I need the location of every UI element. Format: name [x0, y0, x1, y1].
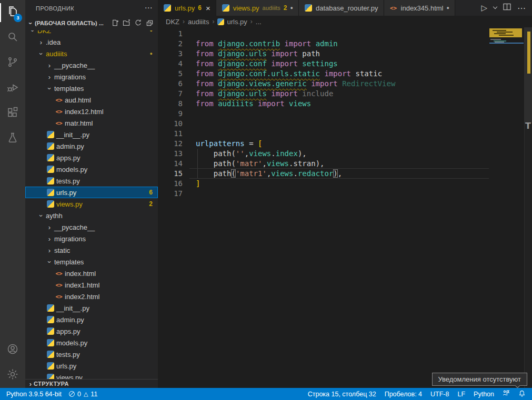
tree-item-admin.py[interactable]: admin.py	[25, 314, 158, 325]
tree-item-admin.py[interactable]: admin.py	[25, 140, 158, 152]
activity-explorer[interactable]: 3	[0, 0, 25, 25]
tree-item-migrations[interactable]: ›migrations	[25, 233, 158, 244]
activity-accounts[interactable]	[0, 337, 25, 363]
sidebar-more-icon[interactable]: ⋯	[145, 5, 153, 11]
tab-close-icon[interactable]: ×	[206, 4, 210, 13]
python-file-icon	[304, 4, 313, 12]
activity-search[interactable]	[0, 25, 25, 50]
tree-item-index12.html[interactable]: <>index12.html	[25, 106, 158, 117]
collapse-all-icon[interactable]	[146, 19, 154, 28]
code-line-17[interactable]: 17	[158, 189, 532, 199]
workspace-header[interactable]: › (РАБОЧАЯ ОБЛАСТЬ) ...	[25, 17, 158, 29]
tab-database_roouter.py[interactable]: database_roouter.py	[299, 0, 384, 16]
tree-item-apps.py[interactable]: apps.py	[25, 152, 158, 163]
tree-item-templates[interactable]: ›templates	[25, 256, 158, 268]
tree-item-label: views.py	[56, 374, 83, 380]
cursor-position-status[interactable]: Строка 15, столбец 32	[308, 391, 376, 398]
new-file-icon[interactable]	[111, 19, 119, 28]
tree-item-views.py[interactable]: views.py2	[25, 198, 158, 210]
problems-status[interactable]: 0 △ 11	[69, 391, 97, 398]
run-dropdown-icon[interactable]	[493, 5, 497, 9]
code-line-14[interactable]: 14 path('matr',views.stran),	[158, 159, 532, 169]
activity-source-control[interactable]	[0, 50, 25, 76]
breadcrumb-urls.py[interactable]: urls.py	[217, 18, 247, 26]
code-line-16[interactable]: 16]	[158, 179, 532, 189]
tree-item-__init__.py[interactable]: __init__.py	[25, 129, 158, 140]
code-line-11[interactable]: 11	[158, 129, 532, 139]
new-folder-icon[interactable]	[123, 19, 131, 28]
tab-modified-dot[interactable]: ●	[290, 5, 293, 11]
tab-views.py[interactable]: views.pyaudiiits2●	[216, 0, 299, 16]
breadcrumb-label: DKZ	[166, 18, 179, 26]
encoding-status[interactable]: UTF-8	[430, 391, 449, 398]
tree-item-models.py[interactable]: models.py	[25, 163, 158, 175]
tree-item-index.html[interactable]: <>index.html	[25, 268, 158, 279]
code-line-15[interactable]: 15 path('matr1',views.redactor),	[158, 169, 532, 179]
tree-item-audiiits[interactable]: ›audiiits●	[25, 48, 158, 59]
tree-item-templates[interactable]: ›templates	[25, 83, 158, 94]
python-file-icon	[46, 189, 55, 196]
breadcrumb-DKZ[interactable]: DKZ	[166, 18, 179, 26]
code-line-6[interactable]: 6from django.views.generic import Redire…	[158, 79, 532, 89]
tree-item-index1.html[interactable]: <>index1.html	[25, 279, 158, 291]
editor-more-actions-icon[interactable]: ⋯	[517, 3, 526, 13]
tree-item-tests.py[interactable]: tests.py	[25, 348, 158, 360]
tab-index345.html[interactable]: <>index345.html●	[384, 0, 455, 16]
activity-settings[interactable]	[0, 363, 25, 388]
breadcrumb-audiiits[interactable]: audiiits	[188, 18, 209, 26]
code-line-1[interactable]: 1	[158, 29, 532, 39]
code-line-8[interactable]: 8from audiiits import views	[158, 99, 532, 109]
code-line-9[interactable]: 9	[158, 109, 532, 119]
refresh-icon[interactable]	[134, 19, 142, 28]
tree-item-views.py[interactable]: views.py	[25, 372, 158, 379]
indentation-status[interactable]: Пробелов: 4	[385, 391, 422, 398]
feedback-icon[interactable]	[503, 389, 510, 398]
run-python-file-button[interactable]: ▷	[481, 3, 487, 13]
code-line-7[interactable]: 7from django.urls import include	[158, 89, 532, 99]
tree-item-.idea[interactable]: ›.idea	[25, 36, 158, 48]
activity-extensions[interactable]	[0, 101, 25, 126]
python-interpreter-status[interactable]: Python 3.9.5 64-bit	[6, 391, 62, 398]
tree-item-urls.py[interactable]: urls.py	[25, 360, 158, 372]
tree-item-tests.py[interactable]: tests.py	[25, 175, 158, 187]
minimap-highlight-line	[489, 43, 524, 44]
tree-item-models.py[interactable]: models.py	[25, 337, 158, 348]
breadcrumb-...[interactable]: ...	[256, 18, 262, 26]
code-editor[interactable]: 12from django.contrib import admin3from …	[158, 27, 532, 388]
tree-item-matr.html[interactable]: <>matr.html	[25, 117, 158, 129]
editor-scrollbar[interactable]: T	[524, 27, 532, 388]
tree-item-__pycache__[interactable]: ›__pycache__	[25, 59, 158, 71]
tree-item-apps.py[interactable]: apps.py	[25, 325, 158, 337]
code-line-13[interactable]: 13 path('',views.index),	[158, 149, 532, 159]
tree-item-__init__.py[interactable]: __init__.py	[25, 302, 158, 314]
tree-item-DKZ[interactable]: ›DKZ●	[25, 30, 158, 36]
tab-label: urls.py	[175, 4, 195, 12]
tree-item-aythh[interactable]: ›aythh	[25, 210, 158, 221]
eol-status[interactable]: LF	[457, 391, 465, 398]
tree-item-aud.html[interactable]: <>aud.html	[25, 94, 158, 106]
tree-item-migrations[interactable]: ›migrations	[25, 71, 158, 83]
outline-label: СТРУКТУРА	[34, 381, 69, 387]
code-line-3[interactable]: 3from django.urls import path	[158, 49, 532, 59]
tab-urls.py[interactable]: urls.py6×	[158, 0, 216, 16]
code-line-4[interactable]: 4from django.conf import settings	[158, 59, 532, 69]
outline-section-header[interactable]: › СТРУКТУРА	[25, 379, 158, 388]
tree-item-urls.py[interactable]: urls.py6	[25, 187, 158, 198]
tree-item-__pycache__[interactable]: ›__pycache__	[25, 221, 158, 233]
code-line-12[interactable]: 12urlpatterns = [	[158, 139, 532, 149]
minimap[interactable]	[489, 28, 524, 149]
python-file-icon	[46, 351, 55, 358]
language-mode-status[interactable]: Python	[474, 391, 494, 398]
activity-run-debug[interactable]	[0, 76, 25, 101]
activity-testing[interactable]	[0, 126, 25, 151]
tree-item-static[interactable]: ›static	[25, 244, 158, 256]
split-editor-icon[interactable]	[503, 3, 511, 13]
tab-modified-dot[interactable]: ●	[446, 5, 449, 11]
breadcrumb[interactable]: DKZ›audiiits›urls.py›...	[158, 16, 532, 27]
code-line-10[interactable]: 10	[158, 119, 532, 129]
tree-item-label: .idea	[46, 38, 61, 46]
code-line-2[interactable]: 2from django.contrib import admin	[158, 39, 532, 49]
code-line-5[interactable]: 5from django.conf.urls.static import sta…	[158, 69, 532, 79]
tree-item-index2.html[interactable]: <>index2.html	[25, 291, 158, 302]
notifications-bell-icon[interactable]	[518, 389, 526, 398]
